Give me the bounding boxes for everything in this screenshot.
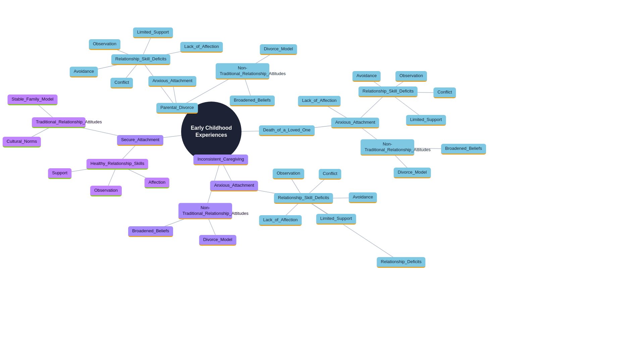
mind-map-node-observation_left[interactable]: Observation xyxy=(90,186,122,196)
mind-map-node-divorce_model_top[interactable]: Divorce_Model xyxy=(260,44,297,55)
mind-map-node-rel_skill_def_right[interactable]: Relationship_Skill_Deficits xyxy=(359,86,418,97)
mind-map-node-conflict_right[interactable]: Conflict xyxy=(433,87,456,98)
mind-map-node-stable_family_model[interactable]: Stable_Family_Model xyxy=(7,95,57,105)
mind-map-node-lack_affection_mid[interactable]: Lack_of_Affection xyxy=(259,215,302,226)
mind-map-node-lack_affection_right[interactable]: Lack_of_Affection xyxy=(298,96,340,107)
connection-lines xyxy=(0,0,644,362)
mind-map-node-avoidance_mid[interactable]: Avoidance xyxy=(349,192,377,203)
mind-map-node-traditional_attitudes[interactable]: Traditional_Relationship_Attitudes xyxy=(32,117,86,128)
connection-line xyxy=(304,198,401,262)
mind-map-node-observation_top[interactable]: Observation xyxy=(89,39,120,50)
mind-map-node-affection_left[interactable]: Affection xyxy=(145,178,169,188)
mind-map-node-anxious_attach_right[interactable]: Anxious_Attachment xyxy=(331,118,379,128)
mind-map-node-broadened_beliefs_top[interactable]: Broadened_Beliefs xyxy=(230,96,275,106)
mind-map-node-healthy_relationship_skills[interactable]: Healthy_Relationship_Skills xyxy=(87,159,148,170)
mind-map-node-support_left[interactable]: Support xyxy=(48,168,71,179)
mind-map-node-conflict_top[interactable]: Conflict xyxy=(110,78,133,88)
mind-map-node-anxious_attach_mid[interactable]: Anxious_Attachment xyxy=(210,181,258,191)
mind-map-node-anxious_attach_top[interactable]: Anxious_Attachment xyxy=(148,76,196,87)
mind-map-node-parental_divorce[interactable]: Parental_Divorce xyxy=(156,103,198,114)
mind-map-node-limited_support_mid[interactable]: Limited_Support xyxy=(316,214,356,225)
mind-map-node-avoidance_top[interactable]: Avoidance xyxy=(70,67,98,77)
mind-map-node-secure_attachment[interactable]: Secure_Attachment xyxy=(117,135,163,146)
mind-map-node-rel_skill_def_mid[interactable]: Relationship_Skill_Deficits xyxy=(274,193,333,204)
mind-map-node-death_loved_one[interactable]: Death_of_a_Loved_One xyxy=(259,125,315,136)
mind-map-node-limited_support_right[interactable]: Limited_Support xyxy=(406,115,446,126)
mind-map-node-rel_skill_def_top[interactable]: Relationship_Skill_Deficits xyxy=(111,54,170,65)
mind-map-node-observation_mid[interactable]: Observation xyxy=(273,169,304,179)
mind-map-node-broadened_beliefs_mid[interactable]: Broadened_Beliefs xyxy=(128,226,173,237)
mind-map-node-conflict_mid[interactable]: Conflict xyxy=(319,169,341,180)
mind-map-node-broadened_beliefs_right[interactable]: Broadened_Beliefs xyxy=(441,144,486,155)
mind-map-node-lack_affection_top[interactable]: Lack_of_Affection xyxy=(180,42,223,53)
mind-map-node-divorce_model_mid[interactable]: Divorce_Model xyxy=(199,235,236,246)
mind-map-node-limited_support_top[interactable]: Limited_Support xyxy=(133,27,173,38)
mind-map-node-divorce_model_right[interactable]: Divorce_Model xyxy=(394,168,431,178)
mind-map-node-rel_deficits_btm[interactable]: Relationship_Deficits xyxy=(377,257,425,268)
mind-map-node-non_trad_right[interactable]: Non-Traditional_Relationship_Attitudes xyxy=(361,139,414,156)
mind-map-node-observation_right[interactable]: Observation xyxy=(395,71,427,82)
mind-map-node-avoidance_right[interactable]: Avoidance xyxy=(353,71,381,82)
mind-map-node-non_trad_top[interactable]: Non-Traditional_Relationship_Attitudes xyxy=(216,63,269,80)
mind-map-node-inconsistent_caregiving[interactable]: Inconsistent_Caregiving xyxy=(194,155,248,165)
mind-map-canvas: Early Childhood ExperiencesParental_Divo… xyxy=(0,0,644,362)
mind-map-node-cultural_norms[interactable]: Cultural_Norms xyxy=(3,137,41,147)
mind-map-node-non_trad_mid[interactable]: Non-Traditional_Relationship_Attitudes xyxy=(178,203,232,220)
